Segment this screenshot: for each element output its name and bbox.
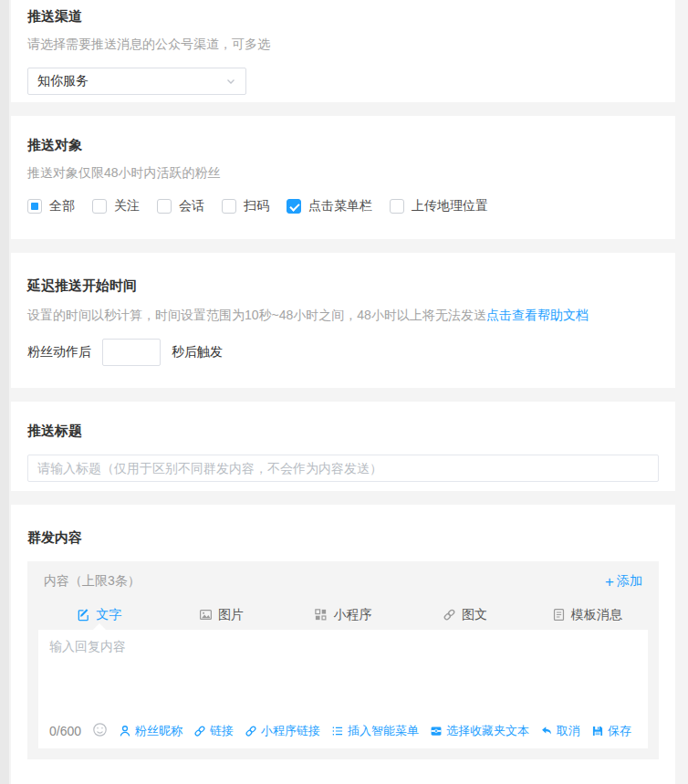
cancel-button[interactable]: 取消	[540, 723, 580, 739]
link-icon	[245, 725, 257, 737]
tool-label: 保存	[608, 723, 631, 739]
page-left-gutter	[0, 0, 9, 784]
form-cards: 推送渠道 请选择需要推送消息的公众号渠道，可多选 知你服务 推送对象 推送对象仅…	[11, 0, 675, 784]
section-title: 推送渠道	[27, 7, 659, 26]
checkbox	[390, 199, 404, 214]
section-title: 群发内容	[27, 528, 659, 547]
tool-label: 链接	[210, 723, 234, 739]
channel-select[interactable]: 知你服务	[27, 68, 246, 95]
tab-template[interactable]: 模板消息	[526, 600, 648, 630]
push-title-input[interactable]	[27, 455, 659, 482]
insert-smart-menu-button[interactable]: 插入智能菜单	[331, 723, 419, 739]
checkbox	[157, 199, 172, 214]
checkbox	[287, 199, 301, 214]
section-desc: 设置的时间以秒计算，时间设置范围为10秒~48小时之间，48小时以上将无法发送点…	[27, 306, 659, 324]
list-icon	[331, 725, 344, 737]
section-title: 延迟推送开始时间	[27, 277, 659, 295]
user-icon	[119, 725, 131, 737]
checkbox-label: 全部	[49, 198, 75, 214]
section-title: 推送标题	[27, 422, 659, 440]
delay-row-suffix: 秒后触发	[172, 344, 223, 361]
box-icon	[430, 725, 443, 737]
tab-article[interactable]: 图文	[404, 600, 526, 630]
tab-label: 图文	[462, 607, 487, 623]
tab-label: 模板消息	[571, 607, 622, 623]
favorites-text-button[interactable]: 选择收藏夹文本	[430, 723, 529, 739]
panel-header: 内容（上限3条） + 添加	[38, 561, 648, 600]
editor-toolbar: 0/600 粉丝昵称 链接	[38, 717, 648, 748]
link-icon	[443, 608, 456, 622]
checkbox-option-follow[interactable]: 关注	[92, 198, 140, 214]
save-icon	[591, 725, 604, 737]
tab-text[interactable]: 文字	[38, 600, 161, 630]
channel-select-value: 知你服务	[37, 73, 89, 89]
section-desc: 请选择需要推送消息的公众号渠道，可多选	[27, 35, 659, 53]
add-label: 添加	[617, 573, 642, 590]
tool-label: 插入智能菜单	[348, 723, 419, 739]
char-counter: 0/600	[49, 724, 81, 738]
delay-trigger-row: 粉丝动作后 秒后触发	[27, 339, 659, 366]
push-title-section: 推送标题	[11, 402, 675, 491]
push-channel-section: 推送渠道 请选择需要推送消息的公众号渠道，可多选 知你服务	[11, 0, 675, 102]
tab-label: 文字	[96, 607, 121, 623]
checkbox-option-all[interactable]: 全部	[27, 198, 75, 214]
delay-seconds-input[interactable]	[102, 339, 161, 366]
content-panel: 内容（上限3条） + 添加 文字 图片	[27, 561, 659, 759]
link-icon	[193, 725, 206, 737]
checkbox-label: 会话	[179, 198, 204, 214]
tool-label: 选择收藏夹文本	[446, 723, 529, 739]
delay-row-prefix: 粉丝动作后	[27, 344, 91, 361]
checkbox	[222, 199, 236, 214]
push-target-options: 全部 关注 会话 扫码 点击菜单栏 上传地理位置	[27, 198, 659, 214]
checkbox-option-scan[interactable]: 扫码	[222, 198, 269, 214]
checkbox	[92, 199, 107, 214]
panel-title: 内容（上限3条）	[44, 573, 141, 590]
mass-content-section: 群发内容 内容（上限3条） + 添加 文字	[11, 505, 675, 784]
delay-desc-text: 设置的时间以秒计算，时间设置范围为10秒~48小时之间，48小时以上将无法发送	[27, 308, 486, 322]
tool-label: 小程序链接	[261, 723, 320, 739]
message-textarea[interactable]	[38, 630, 648, 717]
content-type-tabs: 文字 图片 小程序 图	[38, 600, 648, 630]
checkbox	[27, 199, 42, 214]
push-target-section: 推送对象 推送对象仅限48小时内活跃的粉丝 全部 关注 会话 扫码 点击菜单栏	[11, 116, 675, 239]
plus-icon: +	[605, 574, 614, 590]
image-icon	[199, 608, 213, 622]
tool-label: 粉丝昵称	[135, 723, 182, 739]
link-button[interactable]: 链接	[193, 723, 234, 739]
tool-label: 取消	[557, 723, 580, 739]
section-desc: 推送对象仅限48小时内活跃的粉丝	[27, 163, 659, 182]
checkbox-label: 扫码	[244, 198, 269, 214]
checkbox-option-location[interactable]: 上传地理位置	[390, 198, 488, 214]
delay-push-section: 延迟推送开始时间 设置的时间以秒计算，时间设置范围为10秒~48小时之间，48小…	[11, 253, 675, 388]
tab-label: 小程序	[333, 607, 371, 623]
template-icon	[552, 608, 566, 622]
miniprogram-icon	[314, 608, 328, 622]
save-button[interactable]: 保存	[591, 723, 631, 739]
checkbox-label: 点击菜单栏	[308, 198, 372, 214]
message-editor: 0/600 粉丝昵称 链接	[38, 630, 648, 748]
help-doc-link[interactable]: 点击查看帮助文档	[486, 308, 589, 322]
tab-miniprogram[interactable]: 小程序	[282, 600, 404, 630]
checkbox-option-session[interactable]: 会话	[157, 198, 204, 214]
emoji-button[interactable]	[92, 722, 108, 740]
emoji-icon	[92, 722, 108, 740]
edit-icon	[77, 608, 90, 622]
chevron-down-icon	[225, 76, 236, 87]
fans-nickname-button[interactable]: 粉丝昵称	[119, 723, 182, 739]
checkbox-label: 上传地理位置	[412, 198, 488, 214]
tab-label: 图片	[218, 607, 244, 623]
checkbox-option-menu-click[interactable]: 点击菜单栏	[287, 198, 372, 214]
checkbox-label: 关注	[114, 198, 140, 214]
undo-icon	[540, 725, 553, 737]
section-title: 推送对象	[27, 136, 659, 154]
miniprogram-link-button[interactable]: 小程序链接	[245, 723, 320, 739]
tab-image[interactable]: 图片	[161, 600, 283, 630]
add-content-button[interactable]: + 添加	[605, 573, 642, 590]
